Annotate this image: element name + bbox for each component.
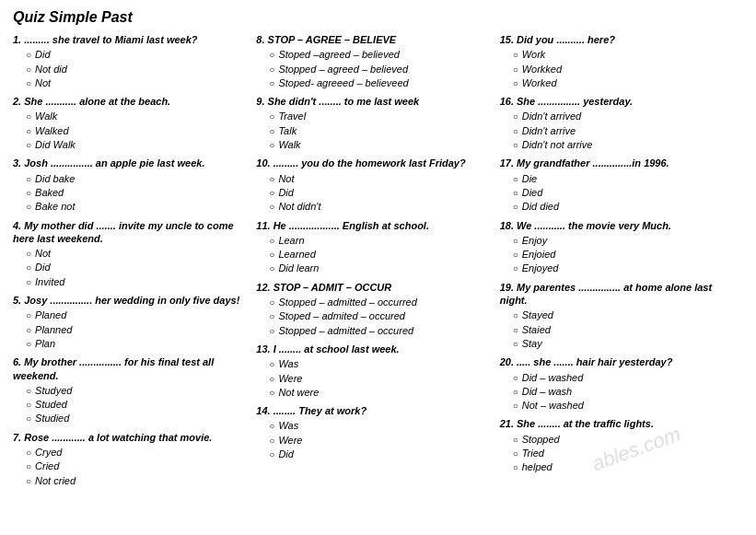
option-item[interactable]: Did died [513,200,736,213]
option-item[interactable]: Stopped – agreed – believed [269,63,492,76]
option-item[interactable]: Learned [269,248,492,261]
option-item[interactable]: Walk [269,138,492,151]
option-item[interactable]: Not cried [26,474,249,487]
option-item[interactable]: Walk [26,110,249,122]
option-item[interactable]: Not did [26,63,249,76]
option-item[interactable]: Learn [269,234,492,247]
question-text: 7. Rose ............ a lot watching that… [13,431,249,444]
options-list: NotDidNot didn't [256,172,492,214]
option-item[interactable]: Baked [26,186,249,199]
question-block: 12. STOP – ADMIT – OCCURStopped – admitt… [256,281,492,337]
option-item[interactable]: Die [513,172,736,185]
option-item[interactable]: Not [26,76,249,89]
option-item[interactable]: Did [269,186,492,199]
option-item[interactable]: Did – washed [513,371,736,384]
question-text: 12. STOP – ADMIT – OCCUR [256,281,492,294]
option-item[interactable]: Did [269,448,492,460]
option-item[interactable]: Planned [26,323,249,336]
page-title: Quiz Simple Past [13,9,743,26]
question-text: 13. I ........ at school last week. [256,343,492,355]
question-block: 15. Did you .......... here?WorkWorkkedW… [500,33,736,89]
option-item[interactable]: Not [269,172,492,185]
option-item[interactable]: Studied [26,412,249,425]
option-item[interactable]: Did Walk [26,138,249,151]
question-text: 21. She ........ at the traffic lights. [500,417,736,430]
options-list: LearnLearnedDid learn [256,234,492,275]
option-item[interactable]: helped [513,460,736,473]
option-item[interactable]: Stay [513,337,736,350]
options-list: WorkWorkkedWorked [500,48,736,89]
option-item[interactable]: Stoped – admited – occured [269,309,492,322]
question-block: 16. She ............... yesterday.Didn't… [500,95,736,151]
options-list: DidNot didNot [13,48,249,89]
option-item[interactable]: Didn't not arrive [513,138,736,151]
option-item[interactable]: Plan [26,337,249,350]
option-item[interactable]: Studyed [26,384,249,397]
option-item[interactable]: Enjoy [513,234,736,247]
options-list: TravelTalkWalk [256,110,492,151]
question-text: 20. ..... she ....... hair hair yesterda… [500,355,736,368]
option-item[interactable]: Work [513,48,736,61]
option-item[interactable]: Were [269,434,492,447]
option-item[interactable]: Were [269,372,492,385]
question-block: 4. My mother did ....... invite my uncle… [13,219,249,288]
column-1: 1. ......... she travel to Miami last we… [13,33,256,493]
question-block: 13. I ........ at school last week.WasWe… [256,343,492,399]
option-item[interactable]: Cryed [26,446,249,459]
question-text: 4. My mother did ....... invite my uncle… [13,219,249,246]
option-item[interactable]: Not didn't [269,200,492,213]
option-item[interactable]: Did learn [269,262,492,274]
option-item[interactable]: Did [26,261,249,273]
question-block: 5. Josy ............... her wedding in o… [13,294,249,350]
option-item[interactable]: Tried [513,447,736,459]
options-list: Did – washedDid – washNot – washed [500,371,736,413]
option-item[interactable]: Did [26,48,249,61]
question-block: 2. She ........... alone at the beach.Wa… [13,95,249,151]
options-list: PlanedPlannedPlan [13,308,249,350]
question-text: 6. My brother ............... for his fi… [13,355,249,382]
question-block: 1. ......... she travel to Miami last we… [13,33,249,89]
question-block: 3. Josh ............... an apple pie las… [13,157,249,213]
question-block: 6. My brother ............... for his fi… [13,355,249,425]
options-list: NotDidInvited [13,247,249,288]
option-item[interactable]: Workked [513,63,736,76]
column-3: 15. Did you .......... here?WorkWorkkedW… [500,33,743,493]
question-text: 1. ......... she travel to Miami last we… [13,33,249,46]
option-item[interactable]: Stopped – admitted – occured [269,324,492,337]
option-item[interactable]: Not – washed [513,399,736,412]
option-item[interactable]: Stoped- agreeed – believeed [269,76,492,89]
option-item[interactable]: Stoped –agreed – believed [269,48,492,61]
option-item[interactable]: Did bake [26,172,249,185]
option-item[interactable]: Cried [26,459,249,472]
question-block: 20. ..... she ....... hair hair yesterda… [500,355,736,412]
option-item[interactable]: Studed [26,398,249,411]
option-item[interactable]: Didn't arrive [513,124,736,137]
option-item[interactable]: Not [26,247,249,260]
question-block: 9. She didn't ........ to me last weekTr… [256,95,492,151]
option-item[interactable]: Planed [26,308,249,321]
option-item[interactable]: Enjoied [513,248,736,261]
option-item[interactable]: Talk [269,124,492,137]
option-item[interactable]: Died [513,186,736,199]
question-block: 7. Rose ............ a lot watching that… [13,431,249,487]
question-block: 18. We ........... the movie very Much.E… [500,219,736,275]
column-2: 8. STOP – AGREE – BELIEVEStoped –agreed … [256,33,499,493]
option-item[interactable]: Worked [513,76,736,89]
option-item[interactable]: Was [269,419,492,432]
option-item[interactable]: Bake not [26,200,249,213]
option-item[interactable]: Not were [269,386,492,399]
question-text: 17. My grandfather ..............in 1996… [500,157,736,169]
option-item[interactable]: Stayed [513,308,736,321]
option-item[interactable]: Enjoyed [513,262,736,274]
option-item[interactable]: Invited [26,275,249,288]
option-item[interactable]: Staied [513,323,736,336]
option-item[interactable]: Did – wash [513,385,736,398]
options-list: EnjoyEnjoiedEnjoyed [500,234,736,275]
option-item[interactable]: Stopped [513,433,736,446]
option-item[interactable]: Stopped – admitted – occurred [269,296,492,308]
option-item[interactable]: Travel [269,110,492,122]
option-item[interactable]: Was [269,357,492,370]
option-item[interactable]: Walked [26,124,249,137]
option-item[interactable]: Didn't arrived [513,110,736,122]
options-list: DieDiedDid died [500,172,736,214]
